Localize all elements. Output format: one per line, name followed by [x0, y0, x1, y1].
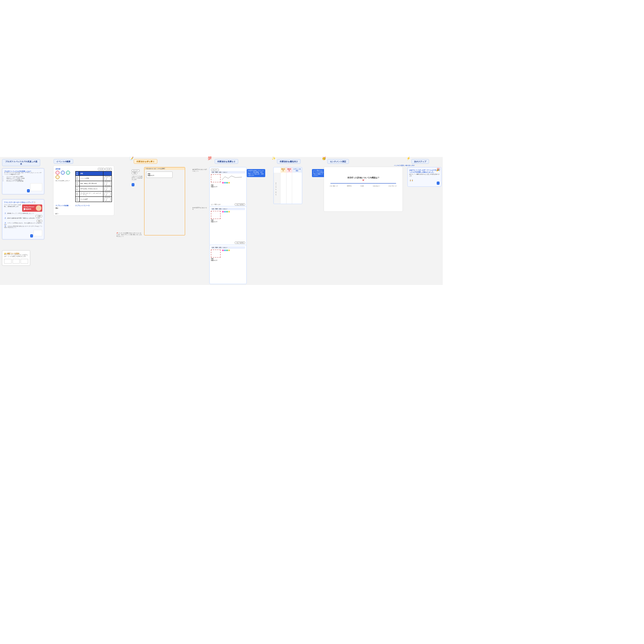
pill-gather: 作業項目を持ち寄り — [134, 159, 157, 164]
link-button[interactable]: リンク — [104, 176, 111, 180]
card-body: ファシリテーターがまだ伝えることを記入します。リンクで送信してお知らせします。 — [4, 254, 28, 258]
tip-icon: i — [132, 183, 134, 186]
card-body: プロダクトバックログの見直しでは、ミーティングとミッションステートメントの確認を… — [4, 172, 42, 175]
pill-sentiment: センチメント測定 — [327, 159, 349, 164]
th: 項目 — [76, 171, 80, 176]
thumb — [21, 259, 28, 264]
timer-button[interactable]: タイマー — [211, 169, 219, 171]
step-2: 2参加する被験者の参考資料「間違わない要約を表示」します。 — [4, 218, 42, 219]
vote-dots[interactable] — [222, 211, 230, 219]
tip-prioritize: もう一度優先を見て、1つでも作業が目立つか確認してください。 — [312, 169, 325, 177]
thumb — [4, 259, 12, 264]
link-button[interactable]: リンク — [104, 182, 111, 186]
work-tile[interactable] — [211, 211, 221, 219]
mini-thumbs — [4, 259, 28, 264]
drop-high[interactable] — [281, 173, 287, 204]
vote-dots[interactable] — [222, 182, 230, 184]
memo-emoji-icon: 📝 — [130, 157, 134, 160]
card-event-overview: 参加者 他にだれを招待しますか？ リンク リンク 項目詳細 日時イベントの日時リ… — [54, 166, 114, 215]
sparkline-icon — [222, 174, 242, 182]
col-unset: スプリント未設定 — [292, 167, 302, 173]
th: 詳細 — [80, 171, 103, 176]
memo-icon: 📋 — [33, 201, 35, 203]
vote-dots[interactable] — [222, 250, 230, 258]
estimate-card-2[interactable]: 名前：職種：役割：見積もり 作業：作業タイプ： コピーを作成 — [209, 206, 247, 246]
event-table: 項目詳細 日時イベントの日時リンク 期間端末・時間など30〜60分程度リンク 目… — [75, 171, 112, 202]
start-label: 開始： — [56, 207, 59, 209]
bolt-emoji-icon: ⚡ — [407, 157, 411, 160]
hundred-emoji-icon: 💯 — [208, 157, 212, 160]
tip-icon: i — [27, 189, 30, 192]
pill-event: イベントの概要 — [54, 159, 73, 164]
drop-low[interactable] — [286, 173, 292, 204]
step-4: 4これから見直す作業で必要となったバックログアイテムはノートを貼っておきましょう… — [4, 226, 42, 229]
col-low: 優先度低 — [286, 167, 292, 173]
tip-estimate: 作業項目を共有してもらいましょう。作業の範囲、要件、目標について話し合い、質問に… — [247, 169, 265, 177]
work-item-card[interactable]: 作業： 作業タイプ： — [146, 171, 173, 178]
illustration-small: i — [4, 183, 42, 192]
estimate-card-1[interactable]: タイマー 名前：職種：役割：見積もり 作業：作業タイプ： もう一度行います コピ… — [209, 167, 247, 207]
section-prioritize-header: 作業項目を優先付け — [277, 159, 301, 164]
sentiment-scale: かなり悪かった 期待外れ 中立的 まあまあよい かなり良かった — [330, 185, 397, 187]
next-body: 続けてノート機能を使用すると見直しの内容を記録できます。 — [409, 174, 440, 177]
predict-button[interactable]: 予測 — [132, 172, 137, 174]
thumb — [12, 259, 20, 264]
avatar-row — [56, 171, 74, 180]
section-gather-header: 作業項目を持ち寄り — [134, 159, 157, 164]
next-title: おめでとうございます！テーム上でのバックログの見直しが終わりました。 — [409, 169, 440, 173]
duplicate-button[interactable]: コピーを作成 — [235, 242, 245, 244]
repeat-note: もう一度行います — [211, 204, 221, 206]
estimate-card-3[interactable]: 名前：職種：役割：見積もり 作業：作業タイプ： — [209, 245, 247, 284]
work-tile[interactable] — [211, 250, 221, 258]
sentiment-track[interactable] — [330, 183, 396, 184]
sentiment-caption: バックログの見直しの振り返りと学び — [394, 165, 415, 167]
side-controls: タイマー 予測 このスペースでは次のチケットのみを記入します。 i — [132, 169, 143, 186]
estimate-note: 各作業項目の見積もりを行いましょう。 — [192, 169, 208, 172]
promo-text: ファシリテーターのボードを準備し、参加者を招待します。 — [4, 204, 21, 212]
work-tile[interactable] — [211, 174, 221, 182]
section-sentiment-header: センチメント測定 — [327, 159, 349, 164]
section-estimate-header: 作業項目を見積もり — [215, 159, 238, 164]
footer-note: 📌 バックログは更新されないとすぐに古くなります。次のスプリントで取り組むべきこ… — [116, 233, 142, 237]
end-label: 終了： — [56, 213, 59, 215]
section-basics-header: プロダクトバックログの見直しの基本 — [2, 159, 40, 166]
card-next-steps: おめでとうございます！テーム上でのバックログの見直しが終わりました。 🎉 続けて… — [407, 167, 442, 187]
drop-unset[interactable] — [292, 173, 302, 204]
card-title: ファシリテーターボードのセットアップ 📋 — [4, 201, 42, 203]
pill-next: 次のステップ — [411, 159, 429, 164]
estimate-header: 名前：職種：役割：見積もり — [211, 246, 245, 249]
heart-icon[interactable]: ❤ — [328, 179, 398, 182]
bullet: デジタルファーストな作業環境 — [6, 181, 42, 182]
label-type: 作業タイプ： — [148, 175, 155, 176]
goal-title: スプリントの目標 — [56, 204, 74, 206]
party-emoji-icon: 🥳 — [322, 157, 326, 160]
side-label: ディスカッションのメモ — [275, 181, 278, 196]
mini-preview: i — [4, 230, 42, 237]
thumb-icon — [30, 183, 42, 191]
link-button[interactable]: リンク — [104, 192, 111, 196]
estimate-note-2: 次の作業項目を見積もります。 — [192, 207, 208, 211]
sentiment-panel: 本日行った計画についての感想は？ ❤ かなり悪かった 期待外れ 中立的 まあまあ… — [324, 167, 402, 211]
step-1: 1参加者にウェブブラウザ上で参加を促しましょう。 — [4, 213, 42, 215]
link-button[interactable]: リンク — [104, 197, 111, 201]
avatar-icon — [36, 205, 41, 211]
priority-panel[interactable]: 優先度高 優先度低 スプリント未設定 ディスカッションのメモ — [273, 167, 302, 204]
estimate-header: 名前：職種：役割：見積もり — [211, 171, 245, 173]
participants-hint: 他にだれを招待しますか？ — [56, 180, 74, 182]
duplicate-button[interactable]: コピーを作成 — [235, 203, 245, 206]
section-next-header: 次のステップ — [411, 159, 429, 164]
resources-title: スプリントリソース — [75, 204, 112, 206]
gather-area[interactable]: タイマー 予測 このスペースでは次のチケットのみを記入します。 i 作業を始める… — [144, 167, 185, 235]
whiteboard-canvas[interactable]: プロダクトバックログの見直しの基本 プロダクトバックログの見直しとは？ プロダク… — [0, 157, 443, 285]
tada-emoji-icon: 🎉 — [436, 168, 440, 171]
side-note: このスペースでは次のチケットのみを記入します。 — [132, 176, 143, 181]
link-button-2[interactable]: リンク — [105, 168, 112, 170]
thumb-icon — [33, 230, 42, 236]
link-button[interactable]: リンク — [104, 187, 111, 191]
participants-title: 参加者 — [56, 168, 74, 170]
sparkle-emoji-icon: ✨ — [272, 157, 276, 160]
card-facilitator-setup: ファシリテーターボードのセットアップ 📋 ファシリテーターのボードを準備し、参加… — [2, 199, 44, 239]
tip-icon: i — [437, 182, 440, 185]
section-event-header: イベントの概要 — [54, 159, 78, 164]
link-button[interactable]: リンク — [98, 168, 105, 170]
